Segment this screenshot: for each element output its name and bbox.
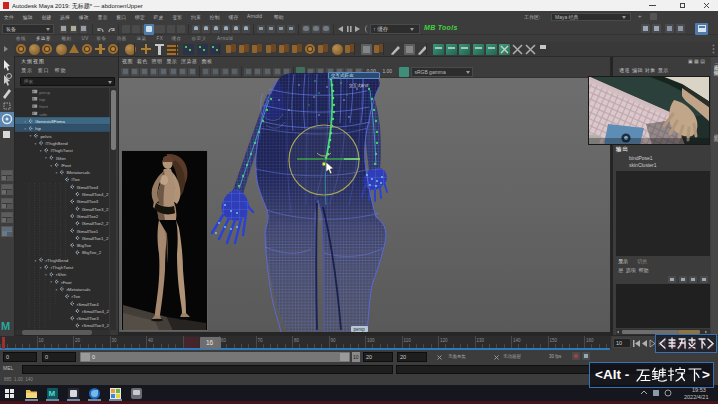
svg-text:▾: ▾ [24, 127, 26, 131]
svg-text:rShin: rShin [56, 272, 67, 277]
svg-text:▾: ▾ [50, 280, 52, 284]
svg-text:rToe: rToe [72, 294, 81, 299]
svg-text:rSmallToe4: rSmallToe4 [77, 302, 100, 307]
svg-text:lToe: lToe [72, 177, 81, 182]
svg-text:pelvis: pelvis [40, 134, 52, 139]
svg-text:persp: persp [39, 90, 51, 95]
svg-text:top: top [39, 97, 46, 102]
svg-text:lBigToe: lBigToe [77, 243, 92, 248]
svg-text:front: front [39, 104, 49, 109]
svg-text:lSmallToe4_2: lSmallToe4_2 [82, 192, 109, 197]
svg-text:rSmallToe4_2: rSmallToe4_2 [82, 309, 109, 314]
svg-text:▾: ▾ [24, 120, 26, 124]
svg-text:rSmallToe3_2: rSmallToe3_2 [82, 323, 109, 328]
svg-text:lSmallToe1_2: lSmallToe1_2 [82, 236, 109, 241]
svg-text:lSmallToe2: lSmallToe2 [77, 214, 99, 219]
svg-text:side: side [39, 112, 48, 117]
svg-text:rFoot: rFoot [61, 280, 72, 285]
svg-text:lSmallToe3_2: lSmallToe3_2 [82, 207, 109, 212]
svg-text:lSmallToe3: lSmallToe3 [77, 199, 99, 204]
svg-text:lSmallToe2_2: lSmallToe2_2 [82, 221, 109, 226]
svg-text:▾: ▾ [35, 142, 37, 146]
svg-text:▾: ▾ [55, 288, 57, 292]
svg-text:▾: ▾ [35, 259, 37, 263]
svg-text:lSmallToe4: lSmallToe4 [77, 185, 99, 190]
svg-text:▾: ▾ [29, 134, 31, 138]
svg-text:▾: ▾ [40, 266, 42, 270]
svg-text:▾: ▾ [55, 171, 57, 175]
svg-text:▾: ▾ [50, 164, 52, 168]
svg-text:lFoot: lFoot [61, 163, 72, 168]
svg-text:lShin: lShin [56, 156, 66, 161]
svg-text:rMetatarsals: rMetatarsals [66, 287, 91, 292]
svg-text:▾: ▾ [40, 149, 42, 153]
svg-text:lThighTwist: lThighTwist [51, 148, 74, 153]
svg-text:hip: hip [35, 126, 41, 131]
svg-text:Genesis8Fema: Genesis8Fema [35, 119, 65, 124]
svg-text:rThighTwist: rThighTwist [51, 265, 74, 270]
svg-text:lThighBend: lThighBend [46, 141, 69, 146]
svg-text:lBigToe_2: lBigToe_2 [82, 250, 102, 255]
svg-text:▾: ▾ [45, 156, 47, 160]
svg-text:lSmallToe1: lSmallToe1 [77, 229, 99, 234]
svg-text:rSmallToe3: rSmallToe3 [77, 316, 100, 321]
svg-text:▾: ▾ [45, 273, 47, 277]
svg-text:lMetatarsals: lMetatarsals [66, 170, 90, 175]
